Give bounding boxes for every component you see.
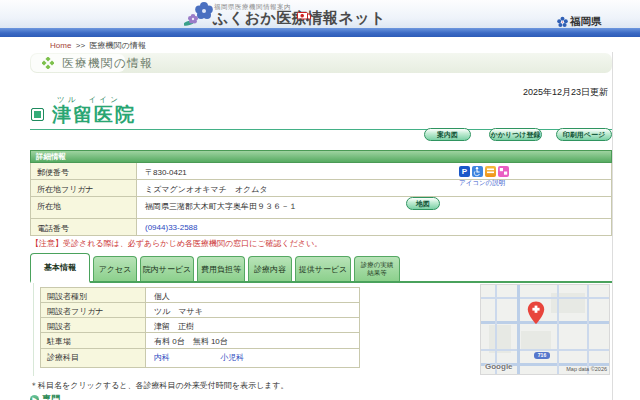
tab-results[interactable]: 診療の実績 結果等	[354, 256, 400, 281]
founder-kana-value: ツル マサキ	[146, 303, 359, 317]
header-blue-bar	[0, 28, 640, 37]
legend-icons-row: P	[459, 166, 509, 177]
map-button[interactable]: 地図	[406, 197, 440, 210]
orange-badge-icon	[485, 166, 496, 177]
clinic-square-icon	[31, 108, 44, 121]
address-kana-label: 所在地フリガナ	[31, 180, 137, 196]
map-block	[521, 331, 551, 349]
icon-legend: P アイコンの説明	[459, 166, 509, 188]
map-road	[481, 297, 610, 299]
google-logo: Google	[485, 362, 513, 371]
department-link-internal-medicine[interactable]: 内科	[154, 353, 170, 362]
detail-info-table: 詳細情報 郵便番号 〒830-0421 所在地フリガナ ミズマグンオオキマチ オ…	[30, 150, 612, 236]
updated-date: 2025年12月23日更新	[400, 86, 608, 99]
departments-note: ＊科目名をクリックすると、各診療科目の外来受付時間を表示します。	[30, 380, 288, 391]
table-row: 診療科目 内科 小児科	[40, 349, 360, 368]
detail-table-header: 詳細情報	[30, 150, 612, 163]
prefecture-name: 福岡県	[570, 15, 602, 29]
address-kana-value: ミズマグンオオキマチ オクムタ	[137, 180, 611, 196]
icon-legend-link[interactable]: アイコンの説明	[459, 179, 509, 188]
basic-info-table: 開設者種別 個人 開設者フリガナ ツル マサキ 開設者 津留 正樹 駐車場 有料…	[40, 287, 360, 368]
print-page-button[interactable]: 印刷用ページ	[556, 128, 612, 141]
section-header-bar: 医療機関の情報	[30, 53, 612, 73]
breadcrumb-current: 医療機関の情報	[90, 41, 146, 50]
table-row: 開設者フリガナ ツル マサキ	[40, 303, 360, 318]
breadcrumb: Home >> 医療機関の情報	[50, 40, 146, 51]
tab-medical-content[interactable]: 診療内容	[248, 256, 292, 281]
tab-bar: 基本情報 アクセス 院内サービス 費用負担等 診療内容 提供サービス 診療の実績…	[30, 253, 612, 283]
map-copyright: Map data ©2026	[566, 366, 607, 372]
table-row: 所在地フリガナ ミズマグンオオキマチ オクムタ	[30, 180, 612, 197]
site-header: 福岡県医療機関情報案内 ふくおか医療情報ネット 福岡県	[0, 0, 640, 28]
table-row: 郵便番号 〒830-0421	[30, 163, 612, 180]
map-road	[481, 349, 610, 351]
table-row: 所在地 福岡県三潴郡大木町大字奥牟田９３６－１	[30, 197, 612, 219]
section-bullet-icon: ▶	[30, 395, 39, 400]
content-left-border	[33, 283, 34, 376]
location-map[interactable]: 716 Google Map data ©2026	[480, 284, 610, 375]
departments-label: 診療科目	[41, 349, 146, 367]
table-row: 開設者 津留 正樹	[40, 318, 360, 333]
diamond-icon	[42, 57, 54, 69]
founder-label: 開設者	[41, 318, 146, 332]
departments-value: 内科 小児科	[146, 349, 359, 367]
prefecture-logo: 福岡県	[556, 15, 602, 29]
map-road	[517, 285, 520, 375]
section-title: 医療機関の情報	[62, 56, 153, 71]
tab-in-hospital-services[interactable]: 院内サービス	[140, 256, 194, 281]
address-value: 福岡県三潴郡大木町大字奥牟田９３６－１	[137, 197, 611, 218]
table-row: 駐車場 有料 0台 無料 10台	[40, 333, 360, 349]
accessibility-icon	[472, 166, 483, 177]
parking-icon: P	[459, 166, 470, 177]
postal-code-label: 郵便番号	[31, 163, 137, 179]
page: 福岡県医療機関情報案内 ふくおか医療情報ネット 福岡県 Home >> 医療機関…	[0, 0, 640, 400]
tab-access[interactable]: アクセス	[93, 256, 137, 281]
caution-text: 【注意】受診される際は、必ずあらかじめ各医療機関の窓口にご確認ください。	[31, 238, 322, 249]
breadcrumb-separator: >>	[76, 41, 85, 50]
clinic-name: 津留医院	[52, 102, 136, 128]
partial-section-label: 専門	[42, 393, 60, 400]
tab-cost-burden[interactable]: 費用負担等	[197, 256, 245, 281]
map-road	[481, 321, 610, 324]
map-road	[557, 285, 559, 375]
family-doctor-register-button[interactable]: かかりつけ登録	[489, 128, 542, 141]
partial-section-heading: ▶ 専門	[30, 393, 60, 400]
tab-basic-info[interactable]: 基本情報	[30, 253, 90, 283]
prefecture-flower-icon	[556, 16, 569, 29]
founder-type-value: 個人	[146, 288, 359, 302]
department-link-pediatrics[interactable]: 小児科	[220, 353, 244, 362]
tab-provided-services[interactable]: 提供サービス	[295, 256, 351, 281]
address-label: 所在地	[31, 197, 137, 218]
table-row: 電話番号 (0944)33-2588	[30, 219, 612, 236]
ambulance-icon	[297, 11, 311, 22]
pink-badge-icon	[498, 166, 509, 177]
phone-value: (0944)33-2588	[137, 219, 611, 235]
page-right-border	[612, 52, 613, 400]
route-badge: 716	[534, 352, 550, 359]
founder-kana-label: 開設者フリガナ	[41, 303, 146, 317]
parking-label: 駐車場	[41, 333, 146, 348]
map-marker-icon	[527, 301, 545, 325]
founder-type-label: 開設者種別	[41, 288, 146, 302]
postal-code-value: 〒830-0421	[137, 163, 611, 179]
site-logo-flower-icon	[184, 1, 214, 28]
table-row: 開設者種別 個人	[40, 288, 360, 303]
map-road	[587, 285, 589, 375]
phone-label: 電話番号	[31, 219, 137, 235]
parking-value: 有料 0台 無料 10台	[146, 333, 359, 348]
founder-value: 津留 正樹	[146, 318, 359, 332]
guide-map-button[interactable]: 案内図	[424, 128, 471, 141]
breadcrumb-home-link[interactable]: Home	[50, 41, 71, 50]
